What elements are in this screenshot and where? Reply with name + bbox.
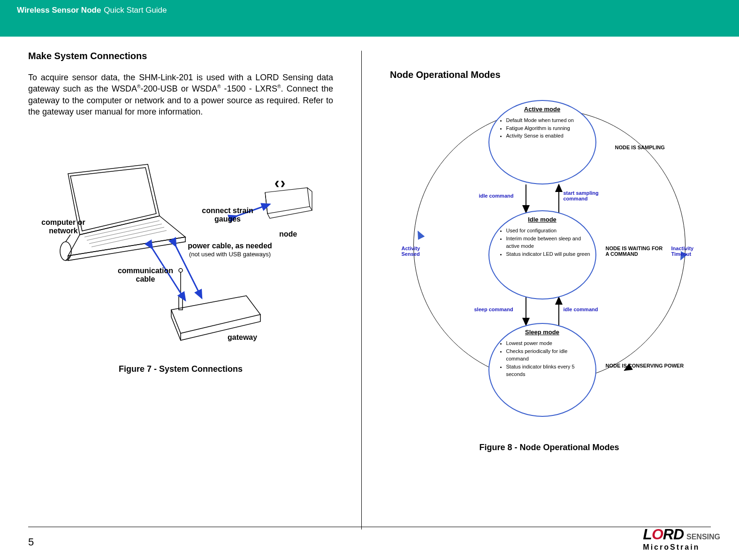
label-power-sub: (not used with USB gateways) — [181, 251, 279, 258]
cmd-sleep: sleep command — [474, 307, 513, 312]
figure-8-caption: Figure 8 - Node Operational Modes — [390, 443, 709, 453]
page-number: 5 — [28, 536, 34, 548]
left-heading: Make System Connections — [28, 51, 333, 61]
sleep-mode-circle: Sleep mode Lowest power mode Checks peri… — [488, 323, 596, 417]
content-area: Make System Connections To acquire senso… — [0, 37, 739, 529]
idle-b1: Used for configuration — [506, 227, 591, 235]
state-waiting: NODE IS WAITING FOR A COMMAND — [606, 245, 667, 257]
para-seg-3: -1500 - LXRS — [221, 84, 277, 93]
left-column: Make System Connections To acquire senso… — [28, 51, 361, 529]
active-b3: Activity Sense is enabled — [506, 132, 591, 140]
header-title-rest: Quick Start Guide — [104, 6, 167, 15]
figure-7: ❮ ❯ — [40, 155, 321, 357]
active-mode-circle: Active mode Default Mode when turned on … — [488, 100, 596, 184]
active-b1: Default Mode when turned on — [506, 116, 591, 124]
active-title: Active mode — [494, 106, 591, 113]
cmd-idle-2: idle command — [564, 307, 598, 312]
sleep-title: Sleep mode — [494, 329, 591, 336]
svg-line-2 — [87, 224, 162, 240]
label-power: power cable, as needed — [176, 242, 284, 250]
svg-line-3 — [89, 227, 164, 244]
idle-b2: Interim mode between sleep and active mo… — [506, 235, 591, 250]
svg-line-4 — [91, 230, 167, 247]
svg-rect-8 — [179, 296, 183, 310]
label-comm: communication cable — [110, 267, 181, 284]
logo-o: O — [652, 526, 663, 543]
label-strain: connect strain gauges — [195, 207, 260, 223]
svg-point-0 — [60, 242, 71, 261]
sleep-b2: Checks periodically for idle command — [506, 347, 591, 363]
label-gateway: gateway — [228, 333, 257, 342]
sleep-b1: Lowest power mode — [506, 339, 591, 347]
footer-rule — [28, 527, 711, 527]
figure-7-caption: Figure 7 - System Connections — [28, 364, 333, 374]
logo-lord: LORD — [643, 526, 684, 543]
logo-sensing: SENSING — [686, 533, 720, 541]
state-sampling: NODE IS SAMPLING — [615, 145, 665, 150]
para-seg-2: -200-USB or WSDA — [140, 84, 217, 93]
logo-rd: RD — [663, 526, 684, 543]
idle-mode-circle: Idle mode Used for configuration Interim… — [488, 210, 596, 299]
idle-title: Idle mode — [494, 216, 591, 223]
idle-b3: Status indicator LED will pulse green — [506, 250, 591, 258]
right-column: Node Operational Modes — [361, 51, 709, 529]
svg-text:❮  ❯: ❮ ❯ — [274, 180, 285, 187]
logo: LORD SENSING MicroStrain — [643, 526, 720, 552]
header-title-bold: Wireless Sensor Node — [17, 6, 101, 15]
logo-microstrain: MicroStrain — [643, 543, 720, 552]
page-header: Wireless Sensor Node Quick Start Guide — [0, 0, 739, 37]
cmd-idle-1: idle command — [479, 193, 514, 199]
sleep-b3: Status indicator blinks every 5 seconds — [506, 363, 591, 378]
label-node: node — [279, 230, 297, 238]
svg-line-1 — [84, 221, 160, 237]
cmd-activity: Activity Sensed — [402, 245, 430, 257]
state-conserving: NODE IS CONSERVING POWER — [606, 363, 684, 368]
logo-l: L — [643, 526, 652, 543]
cmd-inactivity: Inactivity Timeout — [671, 245, 704, 257]
active-b2: Fatigue Algorithm is running — [506, 124, 591, 132]
right-heading: Node Operational Modes — [390, 69, 709, 80]
cmd-start: start sampling command — [564, 190, 610, 201]
intro-paragraph: To acquire sensor data, the SHM-Link-201… — [28, 72, 333, 117]
label-computer: computer or network — [35, 218, 91, 235]
figure-8-diagram: Active mode Default Mode when turned on … — [404, 91, 695, 443]
